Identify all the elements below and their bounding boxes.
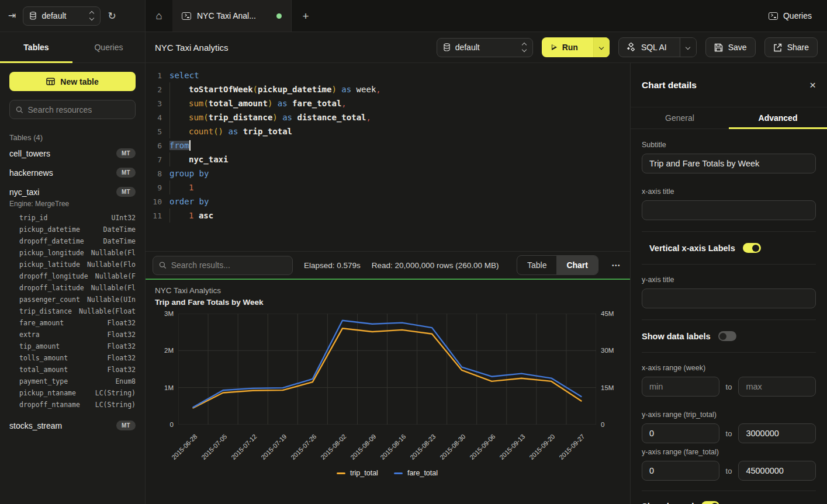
code-line: 7nyc_taxi: [146, 152, 630, 166]
sql-console-app: ⇥ default ↻ ⌂ NYC Taxi Anal... + Queries…: [0, 0, 827, 504]
topbar-database-select[interactable]: default: [23, 6, 101, 26]
column-row: passenger_countNullable(UIn: [9, 294, 136, 305]
play-icon: [552, 44, 557, 50]
chart-subtitle: Trip and Fare Totals by Week: [155, 298, 264, 307]
refresh-icon[interactable]: ↻: [108, 11, 116, 21]
run-options-chevron[interactable]: [593, 37, 610, 57]
new-tab-button[interactable]: +: [292, 0, 320, 32]
table-row[interactable]: hackernewsMT: [9, 163, 136, 182]
search-results-input[interactable]: [171, 260, 286, 270]
legend-swatch: [337, 472, 345, 474]
x-axis-range-min-input[interactable]: [642, 377, 719, 397]
rows-read: Read: 20,000,000 rows (260.00 MB): [372, 261, 499, 270]
column-row: fare_amountFloat32: [9, 317, 136, 329]
close-icon[interactable]: ×: [809, 79, 816, 92]
table-name: hackernews: [9, 168, 53, 178]
y-tick-left: 3M: [164, 310, 174, 317]
save-label: Save: [728, 43, 747, 52]
y-tick-left: 0: [170, 421, 174, 428]
y-axis-range-fare-min-input[interactable]: [642, 461, 719, 481]
tab-nyc-taxi-analytics[interactable]: NYC Taxi Anal...: [172, 0, 292, 32]
chart-panel: NYC Taxi Analytics Trip and Fare Totals …: [146, 281, 630, 504]
to-label: to: [726, 383, 732, 391]
save-button[interactable]: Save: [705, 37, 756, 57]
table-row[interactable]: nyc_taxiMT: [9, 182, 136, 201]
new-table-button[interactable]: New table: [9, 72, 136, 91]
y-axis-range-trip-max-input[interactable]: [738, 423, 816, 443]
vertical-x-labels-toggle[interactable]: [743, 243, 761, 253]
sql-editor[interactable]: 1select2toStartOfWeek(pickup_datetime) a…: [146, 63, 630, 251]
x-axis-range-max-input[interactable]: [738, 377, 816, 397]
code-line: 8group by: [146, 166, 630, 180]
table-row[interactable]: cell_towersMT: [9, 144, 136, 163]
tab-advanced[interactable]: Advanced: [729, 107, 827, 128]
tab-general[interactable]: General: [631, 107, 729, 128]
legend-label: trip_total: [350, 469, 378, 477]
column-row: dropoff_longitudeNullable(F: [9, 270, 136, 282]
top-bar: ⇥ default ↻ ⌂ NYC Taxi Anal... + Queries: [0, 0, 827, 32]
share-button[interactable]: Share: [764, 37, 818, 57]
line-number: 4: [146, 113, 162, 122]
column-row: dropoff_datetimeDateTime: [9, 235, 136, 247]
database-icon: [30, 12, 36, 20]
y-tick-right: 45M: [601, 310, 614, 317]
home-icon[interactable]: ⌂: [146, 0, 172, 32]
subtitle-input[interactable]: [642, 154, 816, 173]
view-toggle-table[interactable]: Table: [517, 256, 556, 274]
queries-button[interactable]: Queries: [769, 0, 827, 32]
sidebar: Tables Queries New table Tables (4) cell…: [0, 32, 146, 504]
unsaved-changes-dot: [276, 13, 282, 19]
table-name: nyc_taxi: [9, 187, 39, 197]
view-toggle-chart[interactable]: Chart: [556, 256, 598, 274]
x-axis-title-input[interactable]: [642, 200, 816, 220]
line-number: 8: [146, 169, 162, 178]
line-number: 3: [146, 99, 162, 108]
engine-badge: MT: [116, 187, 136, 197]
column-row: trip_idUInt32: [9, 212, 136, 224]
code-line: 10order by: [146, 194, 630, 208]
sql-ai-button[interactable]: SQL AI: [618, 37, 697, 57]
code-line: 2toStartOfWeek(pickup_datetime) as week,: [146, 82, 630, 96]
legend-swatch: [394, 472, 403, 474]
y-axis-range-trip-min-input[interactable]: [642, 423, 719, 443]
select-chevrons-icon: [523, 43, 526, 51]
header-buttons: default Run SQL AI Save Share: [437, 37, 818, 57]
y-axis-title-input[interactable]: [642, 289, 816, 308]
code-line: 91: [146, 180, 630, 194]
column-row: dropoff_ntanameLC(String): [9, 399, 136, 411]
show-data-labels-toggle[interactable]: [718, 331, 736, 341]
x-axis-title-label: x-axis title: [642, 187, 816, 196]
subtitle-label: Subtitle: [642, 141, 816, 149]
sidebar-tab-queries[interactable]: Queries: [72, 32, 145, 62]
legend-item-trip_total[interactable]: trip_total: [337, 469, 378, 477]
y-tick-right: 15M: [601, 384, 614, 391]
y-tick-left: 1M: [164, 384, 174, 391]
header-database-select[interactable]: default: [437, 38, 533, 57]
x-axis-labels: 2015-06-282015-07-052015-07-122015-07-19…: [178, 428, 596, 486]
table-name: stocks_stream: [9, 421, 62, 430]
line-number: 7: [146, 155, 162, 164]
chart-plot: [178, 314, 596, 425]
search-resources-input[interactable]: [28, 105, 129, 114]
legend-item-fare_total[interactable]: fare_total: [394, 469, 438, 477]
chart-title: NYC Taxi Analytics: [155, 286, 221, 295]
view-toggle: Table Chart: [517, 255, 598, 275]
vertical-x-labels-label: Vertical x-axis Labels: [649, 244, 735, 253]
collapse-sidebar-icon[interactable]: ⇥: [8, 11, 16, 20]
sidebar-tab-tables[interactable]: Tables: [0, 32, 72, 62]
column-row: payment_typeEnum8: [9, 376, 136, 387]
new-table-label: New table: [60, 77, 98, 86]
code-line: 4sum(trip_distance) as distance_total,: [146, 110, 630, 124]
y-axis-range-fare-max-input[interactable]: [738, 461, 816, 481]
y-axis-left-labels: 3M2M1M0: [150, 314, 174, 425]
select-chevrons-icon: [90, 12, 94, 20]
chart-details-body: Subtitle x-axis title Vertical x-axis La…: [631, 129, 827, 504]
run-button[interactable]: Run: [542, 37, 610, 57]
show-legend-toggle[interactable]: [701, 501, 719, 504]
column-row: trip_distanceNullable(Float: [9, 305, 136, 317]
line-number: 2: [146, 85, 162, 94]
table-row[interactable]: stocks_streamMT: [9, 416, 136, 435]
elapsed-time: Elapsed: 0.579s: [304, 261, 361, 270]
sql-ai-chevron[interactable]: [680, 38, 696, 57]
more-options-icon[interactable]: •••: [610, 262, 623, 269]
